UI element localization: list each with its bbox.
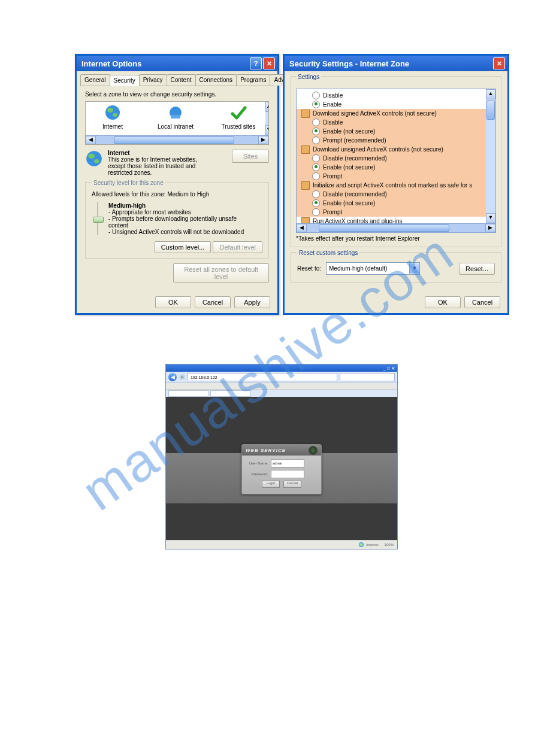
close-icon[interactable]: ✕	[493, 57, 505, 69]
security-level-legend: Security level for this zone	[92, 180, 165, 186]
allowed-levels: Allowed levels for this zone: Medium to …	[92, 191, 262, 198]
radio-icon[interactable]	[312, 190, 320, 198]
username-label: User Name:	[247, 462, 268, 465]
title-bar[interactable]: Internet Options ? ✕	[77, 56, 277, 71]
radio-icon[interactable]	[312, 136, 320, 144]
scroll-down-icon[interactable]: ▼	[265, 125, 268, 135]
scroll-right-icon[interactable]: ▶	[258, 136, 268, 144]
option-enable: Enable	[323, 101, 341, 108]
restart-note: *Takes effect after you restart Internet…	[296, 235, 496, 242]
tab-general[interactable]: General	[80, 74, 110, 86]
close-icon[interactable]: ✕	[263, 57, 275, 69]
status-zoom: 100%	[385, 543, 394, 546]
tab-connections[interactable]: Connections	[195, 74, 237, 86]
scroll-up-icon[interactable]: ▲	[486, 89, 495, 99]
activex-icon	[301, 181, 310, 190]
browser-content: WEB SERVICE User Name: Password: Login C…	[166, 397, 397, 542]
vertical-scrollbar[interactable]: ▲ ▼	[265, 102, 268, 135]
login-panel: WEB SERVICE User Name: Password: Login C…	[241, 444, 322, 494]
help-icon[interactable]: ?	[250, 57, 262, 69]
option-disable: Disable	[323, 119, 343, 126]
zone-internet[interactable]: Internet	[86, 102, 140, 135]
zone-name: Internet	[108, 150, 130, 156]
vertical-scrollbar[interactable]: ▲ ▼	[486, 89, 495, 223]
level-bullet-2: - Prompts before downloading potentially…	[108, 215, 237, 222]
cancel-button[interactable]: Cancel	[464, 296, 500, 308]
reset-to-select[interactable]: Medium-high (default) ▼	[326, 262, 420, 275]
sites-button[interactable]: Sites	[232, 150, 269, 163]
password-field[interactable]	[271, 470, 304, 478]
radio-icon[interactable]	[312, 119, 320, 126]
zone-desc-line1: This zone is for Internet websites,	[108, 156, 197, 163]
reset-legend: Reset custom settings	[297, 250, 359, 256]
radio-selected-icon[interactable]	[312, 101, 320, 108]
title-bar[interactable]: Security Settings - Internet Zone ✕	[285, 56, 507, 71]
back-icon[interactable]: ◀	[168, 373, 177, 381]
search-bar[interactable]	[340, 373, 395, 381]
radio-icon[interactable]	[312, 154, 320, 162]
horizontal-scrollbar[interactable]: ◀ ▶	[86, 135, 268, 144]
login-cancel-button[interactable]: Cancel	[283, 481, 301, 488]
reset-button[interactable]: Reset...	[459, 263, 495, 275]
login-button[interactable]: Login	[262, 481, 280, 488]
reset-all-zones-button[interactable]: Reset all zones to default level	[173, 263, 269, 283]
option-disable: Disable	[323, 92, 343, 99]
radio-selected-icon[interactable]	[312, 127, 320, 135]
radio-selected-icon[interactable]	[312, 163, 320, 171]
apply-button[interactable]: Apply	[234, 296, 270, 308]
zone-internet-label: Internet	[102, 123, 123, 130]
zone-trusted-sites[interactable]: Trusted sites	[211, 102, 265, 135]
radio-icon[interactable]	[312, 92, 320, 99]
browser-tab[interactable]	[210, 390, 251, 397]
settings-tree[interactable]: Disable Enable Download signed ActiveX c…	[296, 89, 496, 224]
scroll-down-icon[interactable]: ▼	[486, 213, 495, 223]
scroll-left-icon[interactable]: ◀	[297, 224, 307, 232]
scroll-thumb[interactable]	[319, 224, 449, 232]
tab-security[interactable]: Security	[110, 75, 140, 86]
tab-programs[interactable]: Programs	[236, 74, 270, 86]
security-slider[interactable]	[92, 202, 104, 235]
radio-icon[interactable]	[312, 172, 320, 180]
svg-point-5	[86, 151, 102, 166]
option-enable-not-secure: Enable (not secure)	[323, 200, 375, 207]
option-prompt-recommended: Prompt (recommended)	[323, 137, 386, 144]
login-header: WEB SERVICE	[242, 445, 321, 456]
username-field[interactable]	[271, 459, 304, 467]
option-prompt: Prompt	[323, 209, 342, 215]
security-level-group: Security level for this zone Allowed lev…	[85, 182, 269, 259]
level-bullet-1: - Appropriate for most websites	[108, 209, 191, 215]
dialog-title: Internet Options	[79, 59, 249, 68]
browser-tab[interactable]	[168, 390, 209, 397]
cancel-button[interactable]: Cancel	[195, 296, 231, 308]
ok-button[interactable]: OK	[425, 296, 461, 308]
svg-point-7	[94, 159, 99, 163]
globe-icon	[104, 104, 121, 121]
zone-globe-icon	[359, 542, 364, 547]
ok-button[interactable]: OK	[155, 296, 191, 308]
security-level-name: Medium-high	[108, 202, 146, 209]
radio-icon[interactable]	[312, 208, 320, 216]
scroll-right-icon[interactable]: ▶	[485, 224, 495, 232]
browser-menubar[interactable]	[166, 383, 397, 390]
activex-icon	[301, 145, 310, 154]
zone-local-intranet[interactable]: Local intranet	[140, 102, 211, 135]
chevron-down-icon[interactable]: ▼	[409, 263, 419, 274]
reset-to-value: Medium-high (default)	[327, 265, 409, 272]
zone-selector: Internet Local intranet Trusted sites ▲ …	[85, 101, 269, 145]
svg-point-1	[107, 108, 113, 113]
tab-content[interactable]: Content	[167, 74, 196, 86]
option-enable-not-secure: Enable (not secure)	[323, 128, 375, 135]
tab-privacy[interactable]: Privacy	[139, 74, 167, 86]
browser-title-bar[interactable]: _ □ ✕	[166, 365, 397, 372]
horizontal-scrollbar[interactable]: ◀ ▶	[296, 224, 496, 233]
svg-point-2	[113, 113, 117, 117]
browser-toolbar: ◀ ▶ 192.168.0.122	[166, 372, 397, 383]
forward-icon[interactable]: ▶	[179, 374, 185, 380]
custom-level-button[interactable]: Custom level...	[155, 241, 211, 253]
scroll-thumb[interactable]	[114, 136, 234, 144]
default-level-button[interactable]: Default level	[213, 241, 262, 253]
scroll-up-icon[interactable]: ▲	[265, 102, 268, 112]
radio-selected-icon[interactable]	[312, 199, 320, 207]
scroll-left-icon[interactable]: ◀	[86, 136, 96, 144]
address-bar[interactable]: 192.168.0.122	[188, 373, 337, 381]
